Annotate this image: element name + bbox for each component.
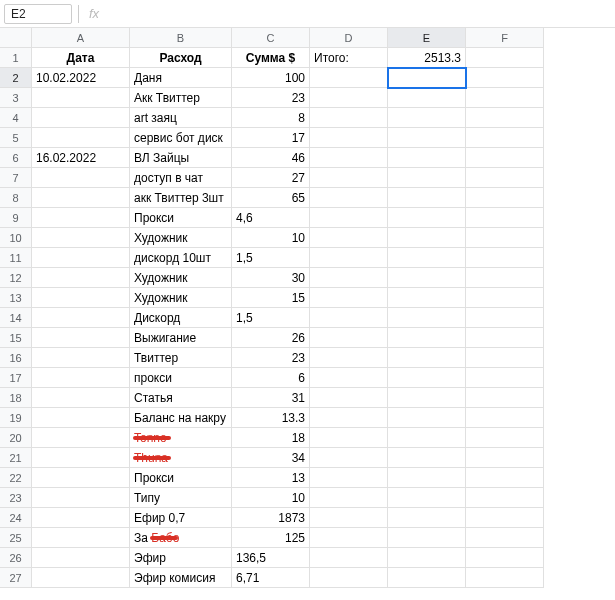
cell-A6[interactable]: 16.02.2022 — [32, 148, 130, 168]
cell-C9[interactable]: 4,6 — [232, 208, 310, 228]
col-header-B[interactable]: B — [130, 28, 232, 48]
cell-A11[interactable] — [32, 248, 130, 268]
cell-D27[interactable] — [310, 568, 388, 588]
cell-F7[interactable] — [466, 168, 544, 188]
cell-B16[interactable]: Твиттер — [130, 348, 232, 368]
cell-F24[interactable] — [466, 508, 544, 528]
cell-E23[interactable] — [388, 488, 466, 508]
cell-C16[interactable]: 23 — [232, 348, 310, 368]
cell-B24[interactable]: Ефир 0,7 — [130, 508, 232, 528]
cell-E22[interactable] — [388, 468, 466, 488]
cell-E20[interactable] — [388, 428, 466, 448]
cell-B19[interactable]: Баланс на накру — [130, 408, 232, 428]
cell-F4[interactable] — [466, 108, 544, 128]
cell-A9[interactable] — [32, 208, 130, 228]
cell-E7[interactable] — [388, 168, 466, 188]
cell-E10[interactable] — [388, 228, 466, 248]
cell-F9[interactable] — [466, 208, 544, 228]
cell-D23[interactable] — [310, 488, 388, 508]
cell-A3[interactable] — [32, 88, 130, 108]
cell-B26[interactable]: Эфир — [130, 548, 232, 568]
spreadsheet-grid[interactable]: ABCDEF1ДатаРасходСумма $Итого:2513.3210.… — [0, 28, 615, 588]
cell-A12[interactable] — [32, 268, 130, 288]
cell-F8[interactable] — [466, 188, 544, 208]
cell-E1[interactable]: 2513.3 — [388, 48, 466, 68]
cell-C27[interactable]: 6,71 — [232, 568, 310, 588]
cell-C19[interactable]: 13.3 — [232, 408, 310, 428]
cell-B1[interactable]: Расход — [130, 48, 232, 68]
cell-C8[interactable]: 65 — [232, 188, 310, 208]
cell-C18[interactable]: 31 — [232, 388, 310, 408]
row-header-19[interactable]: 19 — [0, 408, 32, 428]
cell-D15[interactable] — [310, 328, 388, 348]
row-header-27[interactable]: 27 — [0, 568, 32, 588]
cell-A17[interactable] — [32, 368, 130, 388]
row-header-26[interactable]: 26 — [0, 548, 32, 568]
cell-E6[interactable] — [388, 148, 466, 168]
cell-D25[interactable] — [310, 528, 388, 548]
cell-A14[interactable] — [32, 308, 130, 328]
cell-A13[interactable] — [32, 288, 130, 308]
row-header-10[interactable]: 10 — [0, 228, 32, 248]
cell-A27[interactable] — [32, 568, 130, 588]
cell-B4[interactable]: art заяц — [130, 108, 232, 128]
cell-F6[interactable] — [466, 148, 544, 168]
cell-E25[interactable] — [388, 528, 466, 548]
cell-D13[interactable] — [310, 288, 388, 308]
cell-F1[interactable] — [466, 48, 544, 68]
cell-F20[interactable] — [466, 428, 544, 448]
cell-D18[interactable] — [310, 388, 388, 408]
cell-E24[interactable] — [388, 508, 466, 528]
cell-B2[interactable]: Даня — [130, 68, 232, 88]
cell-E4[interactable] — [388, 108, 466, 128]
cell-F12[interactable] — [466, 268, 544, 288]
col-header-A[interactable]: A — [32, 28, 130, 48]
cell-C21[interactable]: 34 — [232, 448, 310, 468]
cell-E3[interactable] — [388, 88, 466, 108]
cell-B22[interactable]: Прокси — [130, 468, 232, 488]
cell-E26[interactable] — [388, 548, 466, 568]
select-all-corner[interactable] — [0, 28, 32, 48]
cell-D11[interactable] — [310, 248, 388, 268]
cell-D10[interactable] — [310, 228, 388, 248]
cell-F17[interactable] — [466, 368, 544, 388]
cell-B17[interactable]: прокси — [130, 368, 232, 388]
cell-B20[interactable]: Tonno — [130, 428, 232, 448]
cell-F14[interactable] — [466, 308, 544, 328]
cell-B12[interactable]: Художник — [130, 268, 232, 288]
cell-A5[interactable] — [32, 128, 130, 148]
cell-A4[interactable] — [32, 108, 130, 128]
cell-C20[interactable]: 18 — [232, 428, 310, 448]
cell-F27[interactable] — [466, 568, 544, 588]
cell-C7[interactable]: 27 — [232, 168, 310, 188]
cell-C15[interactable]: 26 — [232, 328, 310, 348]
cell-A16[interactable] — [32, 348, 130, 368]
cell-F23[interactable] — [466, 488, 544, 508]
cell-B18[interactable]: Статья — [130, 388, 232, 408]
cell-C11[interactable]: 1,5 — [232, 248, 310, 268]
cell-D19[interactable] — [310, 408, 388, 428]
cell-A7[interactable] — [32, 168, 130, 188]
cell-B7[interactable]: доступ в чат — [130, 168, 232, 188]
cell-C2[interactable]: 100 — [232, 68, 310, 88]
cell-A23[interactable] — [32, 488, 130, 508]
row-header-2[interactable]: 2 — [0, 68, 32, 88]
cell-B5[interactable]: сервис бот диск — [130, 128, 232, 148]
col-header-E[interactable]: E — [388, 28, 466, 48]
row-header-14[interactable]: 14 — [0, 308, 32, 328]
cell-F2[interactable] — [466, 68, 544, 88]
cell-B27[interactable]: Эфир комисия — [130, 568, 232, 588]
cell-D22[interactable] — [310, 468, 388, 488]
cell-C3[interactable]: 23 — [232, 88, 310, 108]
cell-C12[interactable]: 30 — [232, 268, 310, 288]
cell-E19[interactable] — [388, 408, 466, 428]
cell-B6[interactable]: ВЛ Зайцы — [130, 148, 232, 168]
row-header-3[interactable]: 3 — [0, 88, 32, 108]
cell-B25[interactable]: За Бабо — [130, 528, 232, 548]
cell-E21[interactable] — [388, 448, 466, 468]
cell-E15[interactable] — [388, 328, 466, 348]
row-header-5[interactable]: 5 — [0, 128, 32, 148]
row-header-15[interactable]: 15 — [0, 328, 32, 348]
cell-E5[interactable] — [388, 128, 466, 148]
row-header-16[interactable]: 16 — [0, 348, 32, 368]
